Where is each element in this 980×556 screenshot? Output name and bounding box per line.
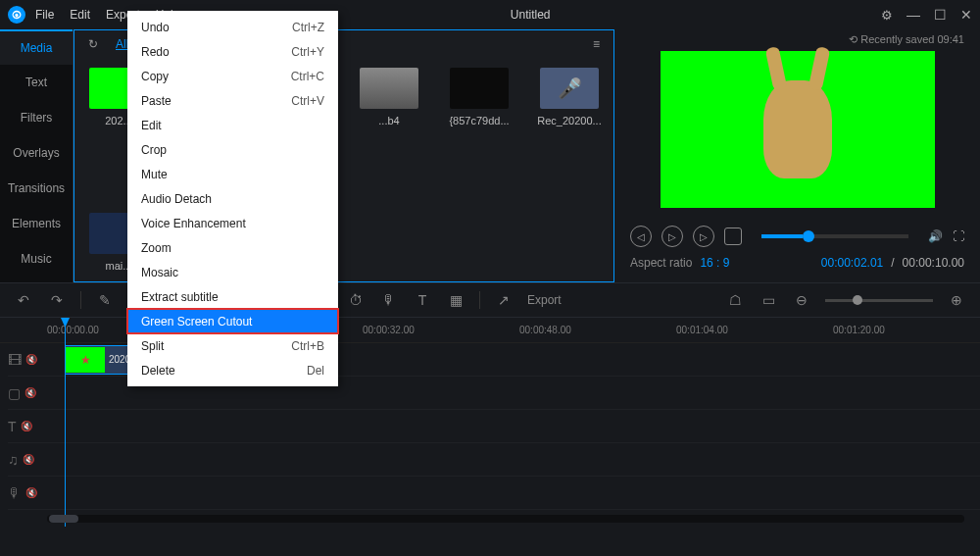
preview-frame[interactable] (661, 51, 935, 208)
app-logo: ⦿ (8, 6, 25, 24)
zoom-slider[interactable] (825, 299, 933, 302)
thumb-label: ...b4 (355, 115, 423, 126)
export-icon[interactable]: ↗ (494, 290, 514, 310)
tab-overlays[interactable]: Overlays (0, 135, 73, 171)
video-track-icon: 🎞 (8, 352, 22, 368)
redo-icon[interactable]: ↷ (47, 290, 67, 310)
list-view-icon[interactable]: ≡ (593, 37, 600, 51)
voice-track[interactable]: 🎙🔇 (8, 477, 980, 510)
clip-thumbnail (66, 347, 105, 373)
media-thumb[interactable]: 🎤 Rec_20200... (535, 68, 604, 203)
context-menu: UndoCtrl+ZRedoCtrl+YCopyCtrl+CPasteCtrl+… (127, 11, 338, 386)
text-track-icon: T (8, 419, 17, 434)
voice-track-icon: 🎙 (8, 485, 22, 501)
settings-icon[interactable]: ⚙ (881, 8, 893, 23)
context-item-paste[interactable]: PasteCtrl+V (127, 88, 338, 113)
marker-icon[interactable]: ☖ (725, 290, 745, 310)
ruler-tick: 00:01:04.00 (676, 325, 728, 335)
ruler-tick: 00:00:00.00 (47, 325, 99, 335)
undo-icon[interactable]: ↶ (14, 290, 33, 310)
timeline-scrollbar[interactable] (47, 515, 964, 523)
microphone-icon: 🎤 (540, 68, 599, 109)
current-time: 00:00:02.01 (821, 256, 883, 270)
prev-frame-button[interactable]: ◁ (630, 226, 652, 247)
thumb-label: {857c79dd... (445, 115, 514, 126)
menu-file[interactable]: File (35, 8, 54, 22)
edit-icon[interactable]: ✎ (95, 290, 115, 310)
menu-edit[interactable]: Edit (70, 8, 90, 22)
context-item-delete[interactable]: DeleteDel (127, 358, 338, 382)
playhead[interactable] (65, 318, 66, 527)
export-button[interactable]: Export (527, 293, 562, 307)
zoom-in-icon[interactable]: ⊕ (947, 290, 966, 310)
ruler-tick: 00:01:20.00 (833, 325, 885, 335)
context-item-undo[interactable]: UndoCtrl+Z (127, 15, 338, 39)
tab-filters[interactable]: Filters (0, 100, 73, 135)
context-item-audio-detach[interactable]: Audio Detach (127, 186, 338, 211)
context-item-split[interactable]: SplitCtrl+B (127, 333, 338, 358)
thumb-label: Rec_20200... (535, 115, 604, 126)
close-button[interactable]: ✕ (960, 7, 972, 23)
total-time: 00:00:10.00 (903, 256, 964, 270)
mosaic-icon[interactable]: ▦ (446, 290, 466, 310)
playback-slider[interactable] (761, 234, 908, 238)
maximize-button[interactable]: ☐ (934, 7, 947, 23)
fit-icon[interactable]: ▭ (759, 290, 778, 310)
context-item-extract-subtitle[interactable]: Extract subtitle (127, 284, 338, 309)
context-item-edit[interactable]: Edit (127, 113, 338, 137)
volume-icon[interactable]: 🔊 (928, 229, 943, 243)
tab-music[interactable]: Music (0, 241, 73, 277)
fullscreen-icon[interactable]: ⛶ (953, 229, 964, 243)
context-item-crop[interactable]: Crop (127, 137, 338, 162)
preview-content (763, 80, 832, 178)
speed-icon[interactable]: ⏱ (346, 290, 366, 310)
aspect-value[interactable]: 16 : 9 (700, 256, 729, 270)
audio-icon[interactable]: 🎙 (379, 290, 399, 310)
left-sidebar: Media Text Filters Overlays Transitions … (0, 29, 74, 282)
context-item-green-screen-cutout[interactable]: Green Screen Cutout (127, 309, 338, 333)
media-thumb[interactable]: {857c79dd... (445, 68, 514, 203)
tab-elements[interactable]: Elements (0, 206, 73, 241)
context-item-zoom[interactable]: Zoom (127, 235, 338, 260)
preview-panel: ⟲ Recently saved 09:41 ◁ ▷ ▷ 🔊 ⛶ Aspect … (614, 29, 980, 282)
ruler-tick: 00:00:48.00 (519, 325, 571, 335)
minimize-button[interactable]: — (906, 7, 920, 23)
ruler-tick: 00:00:32.00 (363, 325, 415, 335)
context-item-mosaic[interactable]: Mosaic (127, 260, 338, 284)
context-item-mute[interactable]: Mute (127, 162, 338, 186)
tab-media[interactable]: Media (0, 29, 73, 65)
context-item-redo[interactable]: RedoCtrl+Y (127, 39, 338, 64)
text-track[interactable]: T🔇 (8, 410, 980, 443)
text-tool-icon[interactable]: T (413, 290, 432, 310)
mute-icon[interactable]: 🔇 (25, 354, 37, 365)
tab-transitions[interactable]: Transitions (0, 171, 73, 206)
media-thumb[interactable]: ...b4 (355, 68, 423, 203)
audio-track-icon: ♫ (8, 452, 19, 468)
aspect-label: Aspect ratio (630, 256, 692, 270)
next-frame-button[interactable]: ▷ (693, 226, 714, 247)
tab-text[interactable]: Text (0, 65, 73, 100)
saved-status: ⟲ Recently saved 09:41 (849, 33, 964, 46)
zoom-out-icon[interactable]: ⊖ (792, 290, 811, 310)
play-button[interactable]: ▷ (662, 226, 683, 247)
context-item-voice-enhancement[interactable]: Voice Enhancement (127, 211, 338, 235)
pip-track-icon: ▢ (8, 385, 21, 401)
time-separator: / (891, 256, 894, 270)
stop-button[interactable] (724, 227, 742, 245)
refresh-icon[interactable]: ↻ (88, 37, 98, 51)
context-item-copy[interactable]: CopyCtrl+C (127, 64, 338, 88)
audio-track[interactable]: ♫🔇 (8, 443, 980, 477)
